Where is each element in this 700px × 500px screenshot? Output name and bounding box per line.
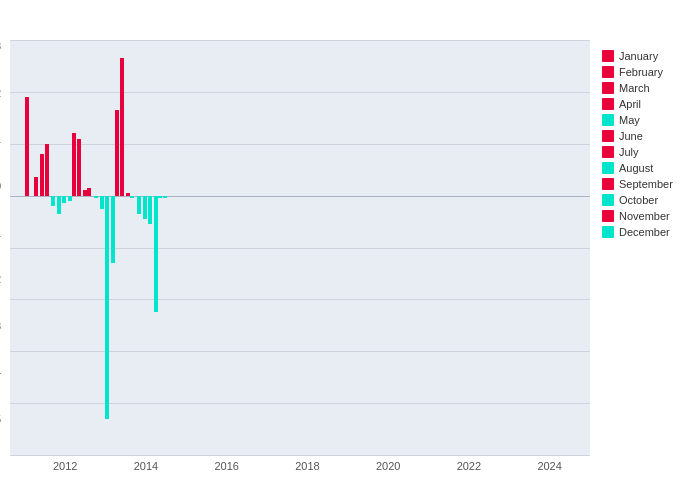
legend-swatch [602,98,614,110]
legend-swatch [602,210,614,222]
grid-line [10,248,590,249]
bar [105,196,109,419]
y-tick: -3 [0,320,5,332]
legend-swatch [602,50,614,62]
grid-line [10,403,590,404]
y-tick: -4 [0,366,5,378]
legend-item: October [602,194,690,206]
bar [148,196,152,225]
legend-swatch [602,146,614,158]
bar [45,144,49,196]
chart-area: 3210-1-2-3-4-5 2012201420162018202020222… [10,40,590,480]
y-tick: 1 [0,133,5,145]
legend-item: September [602,178,690,190]
chart-container: 3210-1-2-3-4-5 2012201420162018202020222… [0,0,700,500]
legend-label: January [619,50,658,62]
legend-swatch [602,226,614,238]
legend-label: February [619,66,663,78]
x-axis-container: 2012201420162018202020222024 [45,455,590,480]
legend-item: December [602,226,690,238]
grid-line [10,40,590,41]
legend: JanuaryFebruaryMarchAprilMayJuneJulyAugu… [590,40,690,238]
bar [25,97,29,196]
x-tick: 2018 [295,460,319,472]
grid-line [10,92,590,93]
legend-item: May [602,114,690,126]
x-tick: 2014 [134,460,158,472]
legend-label: April [619,98,641,110]
bar [120,58,124,195]
bar [77,139,81,196]
bar [34,177,38,195]
y-axis: 3210-1-2-3-4-5 [0,40,5,425]
legend-swatch [602,130,614,142]
legend-swatch [602,82,614,94]
legend-swatch [602,162,614,174]
y-tick: -1 [0,227,5,239]
chart-with-yaxis: 3210-1-2-3-4-5 [10,40,590,455]
legend-label: August [619,162,653,174]
legend-item: February [602,66,690,78]
legend-swatch [602,194,614,206]
x-tick: 2012 [53,460,77,472]
y-tick: 2 [0,87,5,99]
bar [137,196,141,214]
bar [111,196,115,263]
y-tick: 3 [0,40,5,52]
x-tick: 2016 [214,460,238,472]
legend-swatch [602,178,614,190]
legend-label: November [619,210,670,222]
y-tick: -2 [0,273,5,285]
legend-label: June [619,130,643,142]
bar [68,196,72,201]
bar [94,196,98,199]
legend-label: September [619,178,673,190]
bar [87,188,91,196]
legend-label: December [619,226,670,238]
legend-item: March [602,82,690,94]
chart-wrapper: 3210-1-2-3-4-5 2012201420162018202020222… [10,20,690,480]
y-tick: 0 [0,180,5,192]
legend-label: July [619,146,639,158]
legend-item: July [602,146,690,158]
grid-line [10,351,590,352]
legend-item: August [602,162,690,174]
legend-item: April [602,98,690,110]
bar [154,196,158,313]
bar [62,196,66,204]
grid-line [10,144,590,145]
bar [130,196,134,199]
bar [163,196,167,199]
x-tick: 2024 [537,460,561,472]
x-tick: 2022 [457,460,481,472]
legend-swatch [602,66,614,78]
legend-label: October [619,194,658,206]
legend-label: March [619,82,650,94]
x-tick: 2020 [376,460,400,472]
y-tick: -5 [0,413,5,425]
grid-line [10,299,590,300]
plot-area [10,40,590,455]
legend-item: November [602,210,690,222]
legend-label: May [619,114,640,126]
bar [51,196,55,206]
legend-item: June [602,130,690,142]
legend-swatch [602,114,614,126]
legend-item: January [602,50,690,62]
